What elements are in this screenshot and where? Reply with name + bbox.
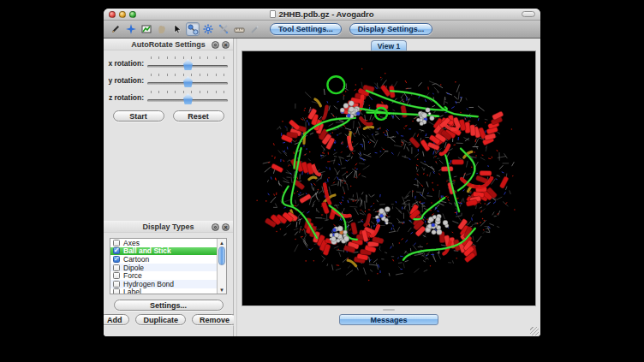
- display-type-checkbox[interactable]: [113, 288, 120, 294]
- display-type-label: Cartoon: [123, 255, 149, 264]
- selection-tool-icon[interactable]: [170, 22, 184, 36]
- viewport-column: View 1 Messages: [237, 39, 540, 336]
- messages-splitter-handle[interactable]: [383, 309, 395, 311]
- display-type-checkbox[interactable]: [113, 281, 120, 288]
- scroll-down-icon[interactable]: ▼: [218, 286, 226, 294]
- tool-toolbar: Tool Settings... Display Settings...: [104, 21, 540, 39]
- rotation-slider[interactable]: [147, 56, 228, 71]
- rotation-slider-row: x rotation:: [107, 55, 228, 72]
- measure-tool-icon[interactable]: [217, 22, 230, 36]
- bond-centric-tool-icon[interactable]: [140, 22, 153, 36]
- slider-label: x rotation:: [107, 59, 147, 68]
- minimize-window-button[interactable]: [119, 11, 126, 18]
- zoom-window-button[interactable]: [129, 11, 136, 18]
- left-dock: AutoRotate Settings × x rotation:y rotat…: [104, 39, 234, 336]
- slider-thumb[interactable]: [183, 76, 193, 87]
- scrollbar-thumb[interactable]: [218, 246, 225, 265]
- panel-float-icon[interactable]: [212, 41, 219, 49]
- display-type-label: Label: [123, 288, 141, 294]
- autorotate-tool-icon[interactable]: [186, 22, 200, 36]
- messages-button[interactable]: Messages: [339, 314, 438, 325]
- display-type-label: Axes: [123, 239, 140, 247]
- start-button[interactable]: Start: [113, 110, 164, 122]
- slider-label: y rotation:: [107, 76, 147, 85]
- manipulate-tool-icon[interactable]: [155, 22, 169, 36]
- display-type-label: Ball and Stick: [123, 246, 171, 255]
- rotation-slider-row: z rotation:: [107, 89, 228, 106]
- slider-ticks: [151, 56, 224, 59]
- document-proxy-icon: [270, 10, 276, 18]
- display-type-checkbox[interactable]: [113, 240, 120, 246]
- close-window-button[interactable]: [109, 11, 116, 18]
- settings-button[interactable]: Settings...: [114, 300, 224, 311]
- avogadro-window: 2HHB.pdb.gz - Avogadro Tool Settings... …: [104, 9, 540, 336]
- rotation-slider-row: y rotation:: [107, 72, 228, 89]
- view-tab[interactable]: View 1: [371, 40, 407, 50]
- display-types-scrollbar[interactable]: ▲ ▼: [217, 239, 226, 294]
- display-type-checkbox[interactable]: ✓: [113, 256, 120, 263]
- align-tool-icon[interactable]: [232, 22, 246, 36]
- rotation-slider[interactable]: [147, 90, 228, 105]
- display-types-list: Axes✓Ball and Stick✓CartoonDipoleForceHy…: [110, 238, 227, 294]
- display-types-panel: Display Types × Axes✓Ball and Stick✓Cart…: [104, 221, 233, 336]
- display-type-row[interactable]: Dipole: [110, 264, 217, 272]
- tool-settings-button[interactable]: Tool Settings...: [270, 23, 342, 35]
- bottom-strip: Messages: [237, 306, 540, 336]
- hemoglobin-molecule-render: [242, 51, 535, 306]
- display-types-panel-title: Display Types: [143, 223, 194, 231]
- reset-button[interactable]: Reset: [173, 110, 224, 122]
- display-type-row[interactable]: Force: [110, 271, 217, 280]
- autorotate-panel-titlebar[interactable]: AutoRotate Settings ×: [104, 39, 233, 50]
- navigate-tool-icon[interactable]: [124, 22, 138, 36]
- rotation-slider[interactable]: [147, 73, 228, 88]
- display-type-row[interactable]: Axes: [110, 239, 217, 247]
- window-titlebar[interactable]: 2HHB.pdb.gz - Avogadro: [104, 9, 540, 21]
- slider-ticks: [151, 74, 224, 76]
- desktop-background: 2HHB.pdb.gz - Avogadro Tool Settings... …: [0, 0, 644, 362]
- display-type-label: Hydrogen Bond: [123, 280, 174, 288]
- display-type-label: Dipole: [123, 264, 144, 272]
- panel-close-icon[interactable]: ×: [222, 41, 230, 49]
- toolbar-toggle-pill[interactable]: [522, 11, 535, 17]
- draw-tool-icon[interactable]: [109, 22, 122, 36]
- display-settings-button[interactable]: Display Settings...: [349, 23, 433, 35]
- panel-close-icon[interactable]: ×: [222, 223, 230, 231]
- autorotate-settings-panel: AutoRotate Settings × x rotation:y rotat…: [104, 39, 233, 127]
- display-type-row[interactable]: Hydrogen Bond: [110, 280, 217, 288]
- window-title: 2HHB.pdb.gz - Avogadro: [278, 9, 373, 19]
- panel-float-icon[interactable]: [212, 223, 219, 231]
- slider-label: z rotation:: [107, 93, 147, 102]
- duplicate-button[interactable]: Duplicate: [135, 314, 186, 325]
- display-types-panel-titlebar[interactable]: Display Types ×: [104, 222, 233, 233]
- dock-empty-space: [104, 127, 233, 221]
- display-type-row[interactable]: ✓Ball and Stick: [110, 247, 217, 256]
- zmatrix-tool-icon[interactable]: [247, 22, 261, 36]
- slider-thumb[interactable]: [183, 59, 193, 70]
- autooptimize-tool-icon[interactable]: [201, 22, 215, 36]
- remove-button[interactable]: Remove: [192, 314, 237, 325]
- window-controls: [109, 11, 136, 18]
- scroll-up-icon[interactable]: ▲: [218, 239, 226, 246]
- display-type-checkbox[interactable]: [113, 264, 120, 271]
- autorotate-panel-title: AutoRotate Settings: [131, 40, 206, 49]
- window-resize-grip[interactable]: [530, 327, 539, 335]
- display-type-checkbox[interactable]: ✓: [113, 247, 120, 254]
- display-type-label: Force: [123, 271, 142, 280]
- display-type-row[interactable]: ✓Cartoon: [110, 255, 217, 264]
- display-type-row[interactable]: Label: [110, 288, 217, 294]
- slider-thumb[interactable]: [183, 93, 193, 104]
- gl-viewport[interactable]: [242, 50, 536, 306]
- display-type-checkbox[interactable]: [113, 272, 120, 279]
- slider-ticks: [151, 91, 224, 93]
- add-button[interactable]: Add: [104, 314, 129, 325]
